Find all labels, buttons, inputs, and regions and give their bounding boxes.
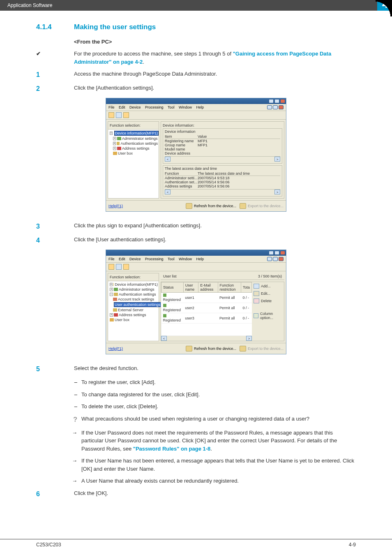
step-5: 5 Select the desired function.	[36, 364, 356, 374]
address-icon	[114, 313, 118, 317]
edit-button[interactable]: Edit...	[254, 291, 282, 296]
screenshot-window-1: File Edit Device Processing Tool Window …	[106, 98, 286, 212]
expand-icon[interactable]: +	[110, 283, 113, 286]
child-minimize-button[interactable]	[267, 105, 272, 109]
toolbar-icon[interactable]	[108, 264, 114, 270]
window-footer: Help(F1) Refresh from the device... Expo…	[106, 200, 286, 211]
child-restore-button[interactable]	[273, 105, 278, 109]
expand-icon[interactable]: +	[110, 313, 113, 317]
tree-user-box[interactable]: User box	[109, 151, 158, 156]
close-button[interactable]	[280, 99, 285, 103]
menu-file[interactable]: File	[108, 105, 115, 109]
close-button[interactable]	[280, 251, 285, 255]
tree-auth-settings[interactable]: −Authentication settings	[109, 292, 158, 297]
help-link[interactable]: Help(F1)	[108, 204, 123, 208]
tree-account-track[interactable]: Account track settings	[109, 297, 158, 302]
expand-icon[interactable]: +	[113, 142, 116, 145]
menu-edit[interactable]: Edit	[119, 105, 125, 109]
export-icon	[240, 203, 246, 209]
col-status[interactable]: Status	[161, 282, 184, 293]
tree-external-server[interactable]: External Server	[109, 308, 158, 312]
toolbar-icon[interactable]	[116, 112, 122, 118]
tree-address-settings[interactable]: +Address settings	[109, 312, 158, 317]
refresh-button[interactable]: Refresh from the device...	[186, 346, 236, 352]
scroll-left-button[interactable]: <	[161, 336, 167, 341]
menu-window[interactable]: Window	[179, 257, 192, 261]
panel-title: Device information:	[163, 123, 282, 127]
child-close-button[interactable]	[279, 257, 284, 261]
tree-user-auth[interactable]: User authentication settings	[109, 302, 158, 308]
footer-model: C253/C203	[36, 542, 61, 548]
minimize-button[interactable]	[269, 251, 274, 255]
delete-button[interactable]: Delete	[254, 298, 282, 303]
toolbar-icon[interactable]	[116, 264, 122, 270]
tree-device-info[interactable]: +Device information(MFP1)	[109, 282, 158, 287]
col-func-restriction[interactable]: Function restriction	[218, 282, 241, 293]
child-minimize-button[interactable]	[267, 257, 272, 261]
screenshot-window-2: File Edit Device Processing Tool Window …	[106, 250, 286, 354]
minimize-button[interactable]	[269, 99, 274, 103]
add-icon	[254, 284, 259, 289]
add-button[interactable]: Add...	[254, 284, 282, 289]
col-email[interactable]: E-Mail address	[198, 282, 218, 293]
menu-help[interactable]: Help	[196, 105, 204, 109]
menu-tool[interactable]: Tool	[168, 257, 175, 261]
auth-icon	[114, 293, 118, 296]
table-row[interactable]: Registereduser2Permit all0 / -	[161, 303, 252, 313]
status-icon	[163, 304, 166, 307]
toolbar-icon[interactable]	[108, 112, 114, 118]
export-button: Export to the device...	[240, 203, 284, 209]
expand-icon[interactable]: +	[110, 288, 113, 291]
maximize-button[interactable]	[274, 251, 279, 255]
col-username[interactable]: User name	[183, 282, 198, 293]
tree-auth-settings[interactable]: +Authentication settings	[109, 141, 158, 146]
scroll-right-button[interactable]: >	[274, 157, 280, 162]
menu-processing[interactable]: Processing	[145, 257, 164, 261]
expand-icon[interactable]: +	[113, 147, 116, 150]
scroll-left-button[interactable]: <	[165, 157, 171, 162]
admin-icon	[114, 288, 118, 291]
tree-address-settings[interactable]: +Address settings	[109, 146, 158, 151]
menu-tool[interactable]: Tool	[168, 105, 175, 109]
menu-processing[interactable]: Processing	[145, 105, 164, 109]
table-row[interactable]: Registereduser3Permit all0 / -	[161, 313, 252, 324]
menu-device[interactable]: Device	[129, 105, 141, 109]
menu-edit[interactable]: Edit	[119, 257, 125, 261]
col-total[interactable]: Tota	[241, 282, 251, 293]
side-buttons: Add... Edit... Delete Column option...	[252, 282, 284, 341]
refresh-button[interactable]: Refresh from the device...	[186, 203, 236, 209]
toolbar-icon[interactable]	[123, 264, 129, 270]
refresh-icon	[186, 346, 192, 352]
menu-help[interactable]: Help	[196, 257, 204, 261]
tree-admin-settings[interactable]: +Administrator settings	[109, 136, 158, 141]
userlist-header: User list 3 / 500 Item(s)	[161, 273, 284, 280]
help-link[interactable]: Help(F1)	[108, 347, 123, 351]
child-restore-button[interactable]	[273, 257, 278, 261]
page-header: Application Software 4	[0, 0, 392, 11]
maximize-button[interactable]	[274, 99, 279, 103]
question-item: ?What precautions should be used when re…	[36, 415, 356, 425]
box-icon	[113, 152, 117, 155]
menu-file[interactable]: File	[108, 257, 115, 261]
expand-icon[interactable]: +	[110, 132, 113, 135]
expand-icon[interactable]: +	[113, 137, 116, 140]
table-row[interactable]: Registereduser1Permit all0 / -	[161, 293, 252, 303]
child-close-button[interactable]	[279, 105, 284, 109]
collapse-icon[interactable]: −	[110, 293, 113, 296]
scroll-right-button[interactable]: >	[274, 190, 280, 194]
export-icon	[240, 346, 246, 352]
tree-user-box[interactable]: User box	[109, 317, 158, 322]
toolbar-icon[interactable]	[123, 112, 129, 118]
link-password-rules[interactable]: "Password Rules" on page 1-8	[133, 446, 211, 452]
address-icon	[117, 147, 121, 150]
answer-item: →A User Name that already exists cannot …	[36, 477, 356, 485]
scroll-left-button[interactable]: <	[165, 190, 171, 194]
column-option-button[interactable]: Column option...	[254, 312, 282, 320]
scroll-right-button[interactable]: >	[246, 336, 252, 341]
tree-admin-settings[interactable]: +Administrator settings	[109, 287, 158, 292]
menu-device[interactable]: Device	[129, 257, 141, 261]
step-2: 2 Click the [Authentication settings].	[36, 84, 356, 94]
device-icon	[113, 283, 114, 286]
tree-device-info[interactable]: +Device information(MFP1)	[109, 130, 158, 136]
menu-window[interactable]: Window	[179, 105, 192, 109]
